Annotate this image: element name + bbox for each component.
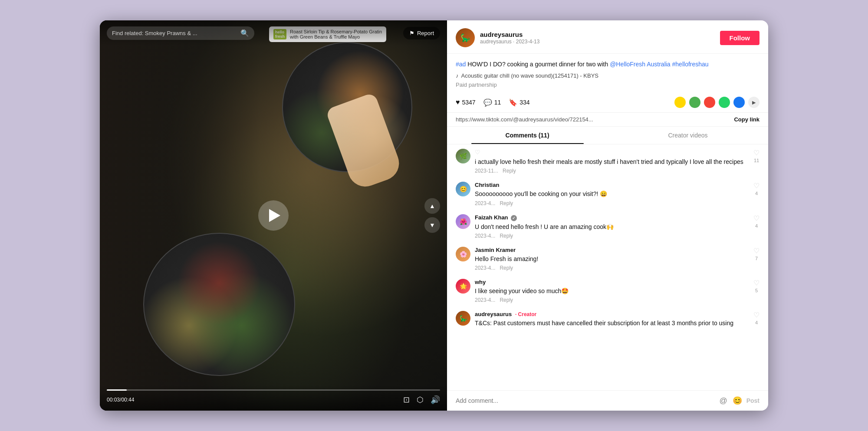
username[interactable]: audreysaurus [480, 31, 715, 38]
music-text[interactable]: Acoustic guitar chill (no wave sound)(12… [461, 72, 599, 79]
commenter-avatar-2: 😊 [456, 182, 470, 196]
comment-author-3[interactable]: Faizah Khan ✓ [475, 214, 749, 221]
music-icon: ♪ [456, 72, 459, 79]
link-row: https://www.tiktok.com/@audreysaurus/vid… [447, 113, 768, 127]
comment-like-3: ♡ 4 [753, 214, 760, 229]
nav-down-button[interactable]: ▼ [424, 217, 440, 233]
avatar: 🦕 [456, 28, 475, 47]
volume-button[interactable]: 🔊 [431, 395, 440, 405]
like-heart-icon-4[interactable]: ♡ [753, 247, 760, 255]
like-count-1: 11 [754, 158, 759, 163]
comment-actions: @ 😊 [719, 396, 742, 405]
share-icons: ▶ [674, 97, 760, 108]
post-comment-button[interactable]: Post [746, 397, 760, 404]
reply-button-1[interactable]: Reply [503, 168, 516, 174]
caption-text: #ad HOW'D I DO? cooking a gourmet dinner… [456, 60, 760, 69]
likes-count: 5347 [462, 99, 476, 106]
comment-input[interactable] [456, 397, 715, 404]
bookmark-icon: 🔖 [509, 98, 517, 107]
search-bar[interactable]: Find related: Smokey Prawns & ... 🔍 [107, 26, 254, 40]
like-count-6: 4 [755, 320, 758, 325]
caption-hashtag-hellofreshau[interactable]: #hellofreshau [672, 61, 709, 68]
comment-text-3: U don't need hello fresh ! U are an amaz… [475, 222, 749, 231]
add-comment-bar: @ 😊 Post [447, 390, 768, 411]
comment-icon: 💬 [483, 98, 492, 107]
like-heart-icon-2[interactable]: ♡ [753, 182, 760, 190]
comment-body-3: Faizah Khan ✓ U don't need hello fresh !… [475, 214, 749, 239]
comment-text-4: Hello Fresh is amazing! [475, 255, 749, 263]
comments-area[interactable]: 🌿 ♡ i actually love hello fresh their me… [447, 144, 768, 390]
comment-body-4: Jasmin Kramer Hello Fresh is amazing! 20… [475, 247, 749, 271]
like-heart-icon-5[interactable]: ♡ [753, 279, 760, 287]
reply-button-2[interactable]: Reply [500, 200, 513, 206]
reply-button-3[interactable]: Reply [500, 233, 513, 239]
nav-up-button[interactable]: ▲ [424, 198, 440, 214]
time-display: 00:03/00:44 [107, 397, 134, 403]
comment-meta-3: 2023-4... Reply [475, 233, 749, 239]
video-bottom-bar: 00:03/00:44 ⊡ ⬡ 🔊 [100, 385, 447, 411]
comment-author-4[interactable]: Jasmin Kramer [475, 247, 749, 253]
music-line: ♪ Acoustic guitar chill (no wave sound)(… [456, 72, 760, 79]
caption-mention-hellofresh[interactable]: @HelloFresh Australia [610, 61, 671, 68]
reply-button-5[interactable]: Reply [500, 297, 513, 303]
share-icon-more[interactable]: ▶ [748, 97, 760, 108]
commenter-avatar-4: 🌸 [456, 247, 470, 261]
search-icon[interactable]: 🔍 [240, 29, 249, 37]
comment-like-4: ♡ 7 [753, 247, 760, 261]
commenter-avatar-5: 🌟 [456, 279, 470, 294]
paid-partnership: Paid partnership [456, 82, 760, 88]
tab-comments[interactable]: Comments (11) [447, 127, 608, 144]
comment-like-6: ♡ 4 [753, 311, 760, 325]
like-heart-icon-1[interactable]: ♡ [753, 149, 760, 157]
airplay-button[interactable]: ⬡ [417, 395, 424, 405]
comment-date-5: 2023-4... [475, 297, 495, 303]
share-icon-facebook[interactable] [733, 97, 745, 108]
comment-author-6[interactable]: audreysaurus · Creator [475, 311, 749, 317]
creator-badge: · Creator [515, 311, 536, 317]
comment-text-6: T&Cs: Past customers must have cancelled… [475, 319, 749, 327]
like-heart-icon-3[interactable]: ♡ [753, 214, 760, 222]
comment-date-2: 2023-4... [475, 200, 495, 206]
subtitles-button[interactable]: ⊡ [403, 395, 410, 405]
comment-item: 😊 Christian Soooooooooo you'll be cookin… [456, 182, 760, 206]
share-icon-whatsapp[interactable] [719, 97, 730, 108]
likes-stat[interactable]: ♥ 5347 [456, 98, 476, 106]
copy-link-button[interactable]: Copy link [734, 116, 760, 123]
comment-like-1: ♡ 11 [753, 149, 760, 163]
caption-hashtag-ad[interactable]: #ad [456, 61, 466, 68]
commenter-avatar-3: 🌺 [456, 214, 470, 229]
main-container: hellofresh Roast Sirloin Tip & Rosemary-… [100, 20, 768, 411]
like-count-4: 7 [755, 256, 758, 261]
emoji-at-icon[interactable]: @ [719, 396, 727, 405]
bookmarks-stat[interactable]: 🔖 334 [509, 98, 529, 107]
time-current: 00:03 [107, 397, 120, 403]
reply-button-4[interactable]: Reply [500, 265, 513, 271]
share-icon-red[interactable] [704, 97, 715, 108]
verified-badge: ✓ [511, 215, 517, 221]
time-total: 00:44 [121, 397, 134, 403]
comment-author-2[interactable]: Christian [475, 182, 749, 188]
video-section: hellofresh Roast Sirloin Tip & Rosemary-… [100, 20, 447, 411]
progress-bar-container[interactable] [107, 389, 440, 391]
link-text: https://www.tiktok.com/@audreysaurus/vid… [456, 116, 730, 123]
share-icon-yellow[interactable] [674, 97, 686, 108]
emoji-smile-icon[interactable]: 😊 [733, 396, 742, 405]
follow-button[interactable]: Follow [720, 31, 760, 45]
like-count-5: 5 [755, 288, 758, 293]
comment-item: 🌺 Faizah Khan ✓ U don't need hello fresh… [456, 214, 760, 239]
play-button[interactable] [258, 200, 289, 231]
report-label: Report [417, 30, 434, 36]
anon-heart-icon: ♡ [475, 149, 749, 156]
comment-author-5[interactable]: why [475, 279, 749, 285]
video-top-bar: Find related: Smokey Prawns & ... 🔍 ⚑ Re… [100, 20, 447, 46]
search-bar-text: Find related: Smokey Prawns & ... [112, 30, 237, 36]
comments-stat[interactable]: 💬 11 [483, 98, 501, 107]
like-heart-icon-6[interactable]: ♡ [753, 311, 760, 319]
report-button[interactable]: ⚑ Report [403, 27, 440, 39]
tab-creator-videos[interactable]: Creator videos [608, 127, 768, 144]
comment-body-6: audreysaurus · Creator T&Cs: Past custom… [475, 311, 749, 327]
commenter-avatar-6: 🦕 [456, 311, 470, 326]
right-panel: 🦕 audreysaurus audreysaurus · 2023-4-13 … [447, 20, 768, 411]
bookmarks-count: 334 [519, 99, 529, 106]
share-icon-green[interactable] [689, 97, 700, 108]
